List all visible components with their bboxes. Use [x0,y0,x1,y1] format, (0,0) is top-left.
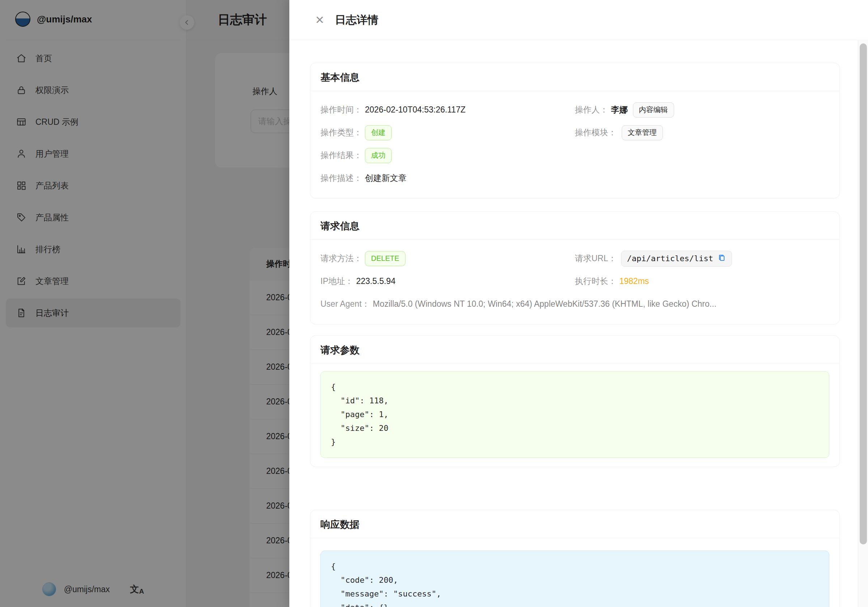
op-time-value: 2026-02-10T04:53:26.117Z [365,105,465,115]
basic-info-body: 操作时间： 2026-02-10T04:53:26.117Z 操作人： 李娜 内… [310,91,839,198]
code-line: "code": 200, [331,573,819,587]
request-method-badge: DELETE [365,251,405,266]
code-line: { [331,560,819,573]
op-time-label: 操作时间： [321,104,362,115]
operator-role-badge: 内容编辑 [633,102,674,118]
drawer-title: 日志详情 [335,12,378,28]
user-agent-label: User Agent： [321,298,370,310]
request-url-value: /api/articles/list [627,254,713,263]
request-method-label: 请求方法： [321,253,362,264]
code-line: "id": 118, [331,394,819,408]
op-type-label: 操作类型： [321,127,362,138]
duration-value: 1982ms [620,276,649,286]
operator-value: 李娜 [611,104,628,115]
response-data-body: { "code": 200, "message": "success", "da… [310,538,839,607]
op-desc-value: 创建新文章 [365,172,406,184]
info-row: 操作时间： 2026-02-10T04:53:26.117Z 操作人： 李娜 内… [321,98,829,121]
request-info-card: 请求信息 请求方法： DELETE 请求URL： /api/articles/l… [310,211,840,324]
response-data-code-block: { "code": 200, "message": "success", "da… [321,551,829,607]
app-root: @umijs/max 首页 权限演示 CRUD 示例 用户管理 产品列表 [0,0,868,607]
info-row: 操作结果： 成功 [321,144,829,167]
op-module-label: 操作模块： [575,127,617,138]
code-line: } [331,435,819,449]
info-row: 请求方法： DELETE 请求URL： /api/articles/list [321,247,829,270]
code-line: "page": 1, [331,408,819,421]
drawer-scrollbar-track[interactable] [858,40,868,607]
request-params-code-block: { "id": 118, "page": 1, "size": 20} [321,371,829,458]
info-row: 操作类型： 创建 操作模块： 文章管理 [321,121,829,144]
op-type-badge: 创建 [365,125,392,140]
code-line: "size": 20 [331,421,819,435]
drawer-header: ✕ 日志详情 [289,0,868,40]
user-agent-value: Mozilla/5.0 (Windows NT 10.0; Win64; x64… [373,299,716,309]
drawer-body: 基本信息 操作时间： 2026-02-10T04:53:26.117Z 操作人：… [289,40,868,607]
drawer-scrollbar-thumb[interactable] [860,43,867,545]
basic-info-card: 基本信息 操作时间： 2026-02-10T04:53:26.117Z 操作人：… [310,62,840,199]
request-url-box[interactable]: /api/articles/list [621,251,732,267]
response-data-title: 响应数据 [310,510,839,538]
request-info-title: 请求信息 [310,212,839,240]
code-line: { [331,380,819,394]
close-icon[interactable]: ✕ [313,14,326,26]
request-params-card: 请求参数 { "id": 118, "page": 1, "size": 20} [310,335,840,467]
code-line: "data": {} [331,601,819,607]
info-row: User Agent： Mozilla/5.0 (Windows NT 10.0… [321,293,829,315]
request-params-title: 请求参数 [310,336,839,364]
duration-label: 执行时长： [575,276,617,287]
op-result-label: 操作结果： [321,150,362,161]
request-url-label: 请求URL： [575,253,617,264]
info-row: IP地址： 223.5.5.94 执行时长： 1982ms [321,270,829,293]
info-row: 操作描述： 创建新文章 [321,167,829,189]
ip-label: IP地址： [321,276,353,287]
ip-value: 223.5.5.94 [356,276,396,286]
copy-icon[interactable] [718,254,726,264]
operator-label: 操作人： [575,104,608,115]
request-params-body: { "id": 118, "page": 1, "size": 20} [310,364,839,467]
op-result-badge: 成功 [365,148,392,163]
request-info-body: 请求方法： DELETE 请求URL： /api/articles/list [310,240,839,324]
response-data-card: 响应数据 { "code": 200, "message": "success"… [310,510,840,607]
op-desc-label: 操作描述： [321,172,362,184]
basic-info-title: 基本信息 [310,63,839,91]
code-line: "message": "success", [331,587,819,601]
log-detail-drawer: ✕ 日志详情 基本信息 操作时间： 2026-02-10T04:53:26.11… [289,0,868,607]
op-module-badge: 文章管理 [622,125,663,140]
